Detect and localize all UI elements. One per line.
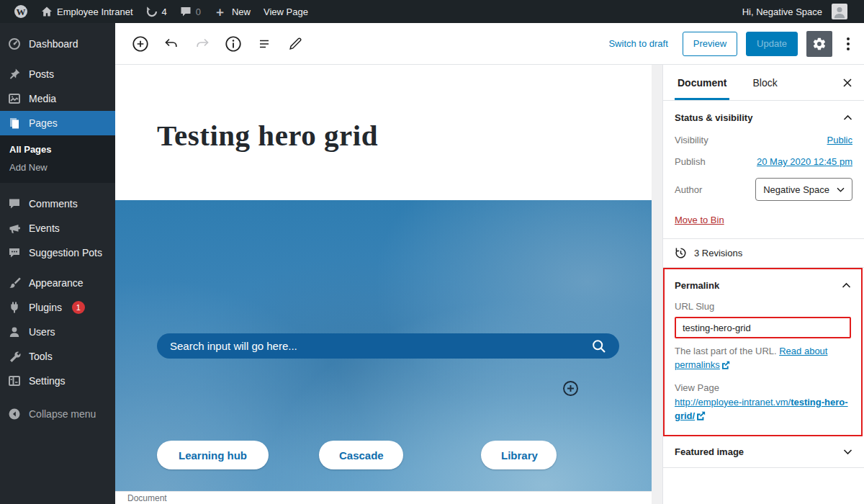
updates-indicator[interactable]: 4 [140, 0, 174, 23]
view-page-label: View Page [675, 382, 851, 393]
comments-indicator[interactable]: 0 [174, 0, 207, 23]
page-title[interactable]: Testing hero grid [157, 118, 652, 153]
search-placeholder-text: Search input will go here... [170, 340, 297, 352]
sidebar-item-all-pages[interactable]: All Pages [0, 140, 115, 158]
sidebar-item-suggestion-pots[interactable]: Suggestion Pots [0, 240, 115, 265]
plugins-update-badge: 1 [72, 301, 85, 314]
sidebar-item-appearance[interactable]: Appearance [0, 271, 115, 295]
block-inserter-icon[interactable] [562, 380, 579, 397]
sidebar-item-comments[interactable]: Comments [0, 192, 115, 216]
chevron-down-icon [843, 449, 852, 455]
revisions-row[interactable]: 3 Revisions [663, 239, 864, 268]
collapse-menu-button[interactable]: Collapse menu [0, 402, 115, 426]
plus-icon: ＋ [214, 6, 226, 18]
settings-gear-button[interactable] [806, 31, 832, 57]
tab-document[interactable]: Document [675, 65, 729, 100]
megaphone-icon [7, 221, 22, 235]
brush-icon [7, 276, 22, 290]
sidebar-item-posts[interactable]: Posts [0, 62, 115, 86]
sidebar-item-pages[interactable]: Pages [0, 111, 115, 135]
url-slug-input[interactable] [675, 317, 851, 338]
admin-bar: W Employee Intranet 4 0 ＋ New View Page … [0, 0, 864, 23]
cascade-button[interactable]: Cascade [319, 441, 403, 469]
hero-block[interactable]: Search input will go here... Learning hu… [115, 200, 652, 491]
updates-icon [146, 6, 158, 17]
external-link-icon [721, 361, 730, 369]
tab-block[interactable]: Block [750, 65, 780, 100]
wordpress-logo-icon: W [14, 4, 28, 19]
settings-sidebar: Document Block Status & visibility Visib… [662, 65, 864, 504]
visibility-value-link[interactable]: Public [827, 135, 852, 145]
sidebar-tabs: Document Block [663, 65, 864, 101]
breadcrumb-document[interactable]: Document [127, 493, 167, 503]
switch-to-draft-link[interactable]: Switch to draft [603, 38, 673, 49]
library-button[interactable]: Library [481, 441, 557, 469]
person-icon [832, 4, 847, 19]
home-icon [41, 6, 53, 17]
move-to-bin-link[interactable]: Move to Bin [675, 215, 724, 225]
sidebar-item-plugins[interactable]: Plugins 1 [0, 295, 115, 320]
publish-label: Publish [675, 156, 741, 167]
dashboard-icon [7, 37, 22, 51]
updates-count: 4 [162, 6, 167, 17]
sidebar-item-dashboard[interactable]: Dashboard [0, 32, 115, 56]
featured-image-panel-header[interactable]: Featured image [663, 436, 864, 468]
admin-menu: Dashboard Posts Media Pages All Pages Ad… [0, 23, 115, 504]
new-content-menu[interactable]: ＋ New [207, 0, 257, 23]
external-link-icon [696, 411, 706, 420]
preview-button[interactable]: Preview [683, 32, 737, 56]
search-icon [591, 338, 607, 354]
view-page-url-link[interactable]: http://employee-intranet.vm/testing-hero… [675, 395, 851, 423]
block-navigation-button[interactable] [255, 35, 274, 53]
revisions-history-icon [675, 247, 687, 259]
edit-pencil-button[interactable] [286, 35, 305, 53]
author-select[interactable]: Negative Space [755, 178, 852, 201]
user-icon [7, 325, 22, 339]
settings-icon [7, 374, 22, 388]
svg-text:W: W [17, 6, 26, 17]
sidebar-item-tools[interactable]: Tools [0, 344, 115, 369]
comments-count: 0 [196, 6, 201, 17]
more-options-button[interactable] [841, 35, 855, 53]
account-menu[interactable]: Hi, Negative Space [736, 0, 854, 23]
sidebar-item-users[interactable]: Users [0, 320, 115, 344]
comment-bubble-icon [180, 6, 192, 17]
active-menu-arrow [109, 117, 121, 129]
redo-button[interactable] [193, 35, 212, 53]
sidebar-item-media[interactable]: Media [0, 86, 115, 111]
gear-icon [812, 37, 827, 51]
chat-icon [7, 246, 22, 260]
avatar [832, 4, 847, 19]
status-visibility-panel: Status & visibility Visibility Public Pu… [663, 101, 864, 239]
pages-submenu: All Pages Add New [0, 135, 115, 183]
content-structure-button[interactable] [224, 35, 243, 53]
editor-canvas: Testing hero grid Search input will go h… [115, 65, 652, 504]
view-page-link[interactable]: View Page [257, 0, 315, 23]
wrench-icon [7, 349, 22, 364]
chevron-down-icon [837, 187, 845, 192]
sidebar-item-settings[interactable]: Settings [0, 369, 115, 393]
wordpress-logo-icon[interactable]: W [7, 0, 35, 23]
close-sidebar-button[interactable] [835, 65, 860, 100]
status-visibility-header[interactable]: Status & visibility [675, 101, 852, 135]
block-breadcrumb: Document [115, 491, 652, 504]
search-input[interactable]: Search input will go here... [157, 333, 619, 359]
visibility-label: Visibility [675, 135, 741, 145]
new-label: New [232, 6, 251, 17]
permalink-panel: Permalink URL Slug The last part of the … [663, 268, 863, 436]
chevron-up-icon [843, 114, 852, 121]
block-inserter-button[interactable] [131, 35, 150, 53]
learning-hub-button[interactable]: Learning hub [157, 441, 269, 469]
plug-icon [7, 300, 22, 315]
permalink-help-text: The last part of the URL. Read about per… [675, 345, 851, 372]
undo-button[interactable] [162, 35, 181, 53]
site-name: Employee Intranet [57, 6, 133, 17]
pin-icon [7, 67, 22, 81]
publish-date-link[interactable]: 20 May 2020 12:45 pm [757, 156, 852, 167]
permalink-header[interactable]: Permalink [675, 269, 851, 301]
canvas-gap [652, 65, 662, 504]
update-button[interactable]: Update [746, 32, 798, 56]
sidebar-item-events[interactable]: Events [0, 216, 115, 240]
site-menu[interactable]: Employee Intranet [35, 0, 140, 23]
sidebar-item-add-new[interactable]: Add New [0, 158, 115, 176]
